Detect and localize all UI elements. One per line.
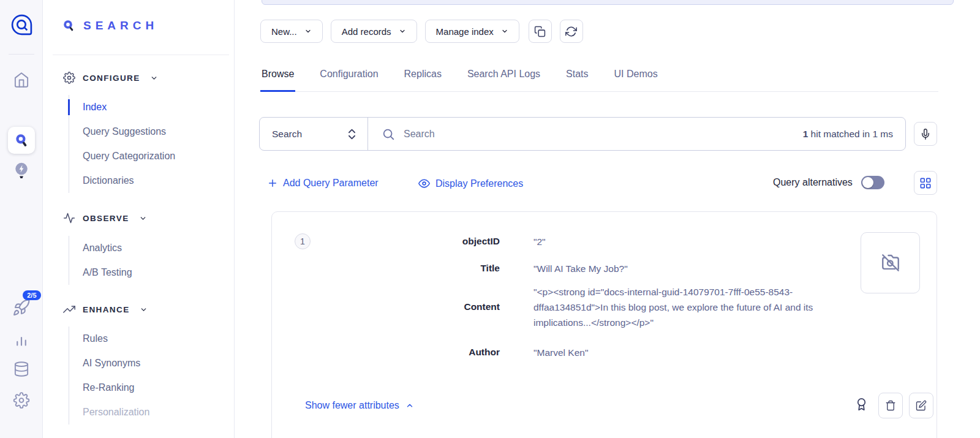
configure-subnav: Index Query Suggestions Query Categoriza… xyxy=(69,95,175,193)
activity-icon xyxy=(63,212,75,224)
section-label: OBSERVE xyxy=(83,214,129,223)
bar-chart-icon[interactable] xyxy=(13,331,29,348)
database-icon[interactable] xyxy=(13,361,29,377)
display-preferences-link[interactable]: Display Preferences xyxy=(418,178,523,189)
sidebar: SEARCH CONFIGURE Index Query Suggestions… xyxy=(43,0,235,438)
sidebar-item-query-suggestions[interactable]: Query Suggestions xyxy=(83,119,175,144)
chevron-down-icon xyxy=(304,28,312,35)
sidebar-item-rules[interactable]: Rules xyxy=(83,327,149,351)
add-records-button[interactable]: Add records xyxy=(331,20,417,43)
chevron-up-icon xyxy=(405,401,414,410)
edit-icon xyxy=(916,400,927,411)
sidebar-item-ai-synonyms[interactable]: AI Synonyms xyxy=(83,351,149,376)
edit-record-button[interactable] xyxy=(909,393,933,418)
search-icon xyxy=(382,127,395,141)
observe-subnav: Analytics A/B Testing xyxy=(69,236,132,285)
image-placeholder xyxy=(861,232,920,293)
lightbulb-icon[interactable] xyxy=(13,161,30,181)
chevron-down-icon xyxy=(399,28,406,35)
sidebar-item-ab-testing[interactable]: A/B Testing xyxy=(83,260,132,285)
show-fewer-label: Show fewer attributes xyxy=(305,400,399,411)
voice-search-button[interactable] xyxy=(914,122,937,146)
sidebar-item-personalization[interactable]: Personalization xyxy=(83,400,149,425)
query-alternatives-label: Query alternatives xyxy=(773,177,853,188)
algolia-logo-icon[interactable] xyxy=(10,13,33,39)
sidebar-header: SEARCH xyxy=(61,18,158,33)
search-input[interactable] xyxy=(395,129,803,140)
attribute-value: "<p><strong id="docs-internal-guid-14079… xyxy=(533,284,853,330)
display-preferences-label: Display Preferences xyxy=(435,178,523,189)
attribute-row: Title "Will AI Take My Job?" xyxy=(272,259,853,278)
new-button-label: New... xyxy=(271,26,297,37)
chevron-down-icon xyxy=(150,74,158,82)
manage-index-button[interactable]: Manage index xyxy=(425,20,519,43)
query-alternatives-toggle[interactable] xyxy=(861,176,884,189)
refresh-icon xyxy=(565,26,577,37)
sidebar-divider xyxy=(53,55,229,55)
sort-by-select[interactable]: Search xyxy=(260,118,368,150)
grid-icon xyxy=(920,178,931,189)
attribute-row: Content "<p><strong id="docs-internal-gu… xyxy=(272,282,853,331)
section-label: ENHANCE xyxy=(83,305,130,314)
new-button[interactable]: New... xyxy=(260,20,323,43)
microphone-icon xyxy=(920,129,931,140)
search-product-icon xyxy=(61,18,76,33)
sidebar-item-index[interactable]: Index xyxy=(83,95,175,119)
attribute-value: "Will AI Take My Job?" xyxy=(533,261,853,276)
delete-record-button[interactable] xyxy=(878,393,903,418)
rocket-icon[interactable]: 2/5 xyxy=(12,298,31,317)
copy-index-button[interactable] xyxy=(529,20,552,43)
add-records-label: Add records xyxy=(342,26,391,37)
tab-stats[interactable]: Stats xyxy=(565,65,589,91)
tab-replicas[interactable]: Replicas xyxy=(403,65,443,91)
attribute-row: objectID "2" xyxy=(272,232,853,251)
hit-card: 1 objectID "2" Title "Will AI Take My Jo… xyxy=(271,211,937,438)
tab-search-api-logs[interactable]: Search API Logs xyxy=(466,65,541,91)
tab-configuration[interactable]: Configuration xyxy=(318,65,379,91)
gear-icon xyxy=(63,72,75,84)
enhance-subnav: Rules AI Synonyms Re-Ranking Personaliza… xyxy=(69,327,149,425)
attribute-name: Author xyxy=(272,347,500,358)
rail-divider xyxy=(9,54,34,55)
sidebar-item-dictionaries[interactable]: Dictionaries xyxy=(83,168,175,193)
layout-grid-button[interactable] xyxy=(914,171,937,195)
hits-status: 1 hit matched in 1 ms xyxy=(803,129,893,140)
section-observe[interactable]: OBSERVE xyxy=(63,212,147,224)
plus-icon xyxy=(268,178,277,188)
ranking-info-button[interactable] xyxy=(854,398,869,414)
hits-count: 1 xyxy=(803,129,809,139)
search-section-active-tile[interactable] xyxy=(8,127,35,154)
usage-badge: 2/5 xyxy=(23,290,40,300)
add-query-parameter-link[interactable]: Add Query Parameter xyxy=(268,178,379,189)
attribute-value: "2" xyxy=(533,234,853,249)
section-label: CONFIGURE xyxy=(83,74,140,83)
show-fewer-attributes-link[interactable]: Show fewer attributes xyxy=(305,400,414,411)
section-enhance[interactable]: ENHANCE xyxy=(63,303,148,315)
tab-ui-demos[interactable]: UI Demos xyxy=(613,65,659,91)
copy-icon xyxy=(534,26,546,37)
attribute-name: objectID xyxy=(272,236,500,247)
main-content: New... Add records Manage index Browse C… xyxy=(235,0,980,438)
search-bar: Search 1 hit matched in 1 ms xyxy=(259,117,906,151)
attribute-value: "Marvel Ken" xyxy=(533,345,853,360)
sidebar-item-query-categorization[interactable]: Query Categorization xyxy=(83,144,175,168)
image-off-icon xyxy=(880,252,901,273)
search-filled-icon xyxy=(13,132,29,148)
index-tabs: Browse Configuration Replicas Search API… xyxy=(260,65,938,92)
index-toolbar: New... Add records Manage index xyxy=(260,20,591,43)
refresh-button[interactable] xyxy=(560,20,583,43)
index-selector-cutoff[interactable] xyxy=(262,0,954,5)
toggle-knob xyxy=(862,177,873,188)
sidebar-item-analytics[interactable]: Analytics xyxy=(83,236,132,260)
sort-by-value: Search xyxy=(272,129,302,140)
section-configure[interactable]: CONFIGURE xyxy=(63,72,158,84)
gear-icon[interactable] xyxy=(13,392,29,409)
sort-chevrons-icon xyxy=(347,127,356,141)
sidebar-item-re-ranking[interactable]: Re-Ranking xyxy=(83,376,149,400)
attribute-name: Content xyxy=(272,301,500,312)
award-icon xyxy=(854,398,869,412)
home-icon[interactable] xyxy=(13,72,29,88)
tab-browse[interactable]: Browse xyxy=(260,65,295,91)
hits-rest: hit matched in 1 ms xyxy=(811,129,893,139)
query-alternatives-control: Query alternatives xyxy=(773,176,884,189)
